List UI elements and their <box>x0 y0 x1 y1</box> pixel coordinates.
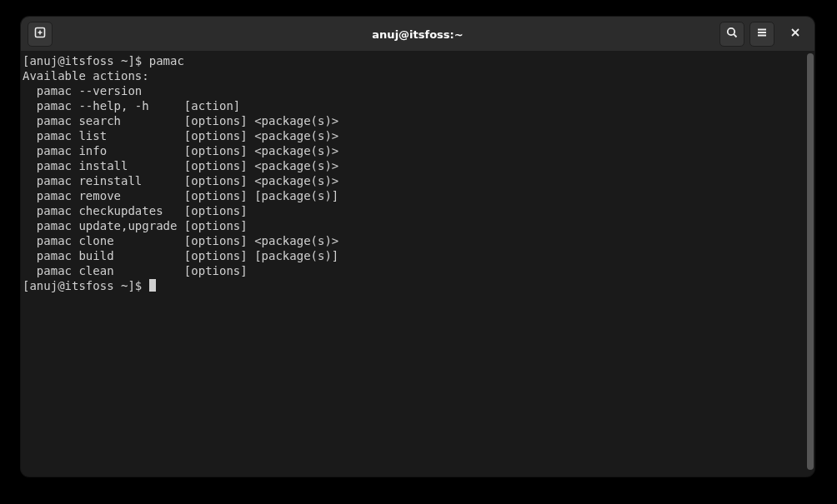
output-line: pamac build [options] [package(s)] <box>23 249 338 262</box>
svg-point-3 <box>728 27 734 34</box>
terminal-content: [anuj@itsfoss ~]$ pamac Available action… <box>21 52 814 295</box>
window-title: anuj@itsfoss:~ <box>372 28 463 41</box>
output-line: pamac --version <box>23 84 142 97</box>
terminal-body[interactable]: [anuj@itsfoss ~]$ pamac Available action… <box>21 52 814 477</box>
scrollbar[interactable] <box>807 53 814 470</box>
output-line: pamac info [options] <package(s)> <box>23 144 338 157</box>
output-line: pamac remove [options] [package(s)] <box>23 189 338 202</box>
svg-line-4 <box>734 34 736 37</box>
cursor <box>149 279 156 292</box>
prompt: [anuj@itsfoss ~]$ <box>23 279 149 292</box>
close-button[interactable] <box>783 22 808 47</box>
titlebar-center: anuj@itsfoss:~ <box>21 26 814 42</box>
prompt: [anuj@itsfoss ~]$ <box>23 54 149 67</box>
output-line: pamac install [options] <package(s)> <box>23 159 338 172</box>
output-line: pamac checkupdates [options] <box>23 204 248 217</box>
output-line: pamac list [options] <package(s)> <box>23 129 338 142</box>
titlebar: anuj@itsfoss:~ <box>21 17 814 52</box>
output-line: pamac clean [options] <box>23 264 248 277</box>
output-line: Available actions: <box>23 69 149 82</box>
menu-button[interactable] <box>749 22 774 47</box>
search-button[interactable] <box>719 22 744 47</box>
titlebar-left <box>28 22 53 47</box>
terminal-window: anuj@itsfoss:~ <box>21 17 814 477</box>
output-line: pamac search [options] <package(s)> <box>23 114 338 127</box>
close-icon <box>789 26 801 42</box>
command-text: pamac <box>149 54 184 67</box>
output-line: pamac reinstall [options] <package(s)> <box>23 174 338 187</box>
new-tab-button[interactable] <box>28 22 53 47</box>
hamburger-icon <box>755 26 769 42</box>
search-icon <box>725 26 739 42</box>
titlebar-right <box>719 22 808 47</box>
output-line: pamac update,upgrade [options] <box>23 219 248 232</box>
output-line: pamac --help, -h [action] <box>23 99 240 112</box>
output-line: pamac clone [options] <package(s)> <box>23 234 338 247</box>
new-tab-icon <box>33 26 47 42</box>
